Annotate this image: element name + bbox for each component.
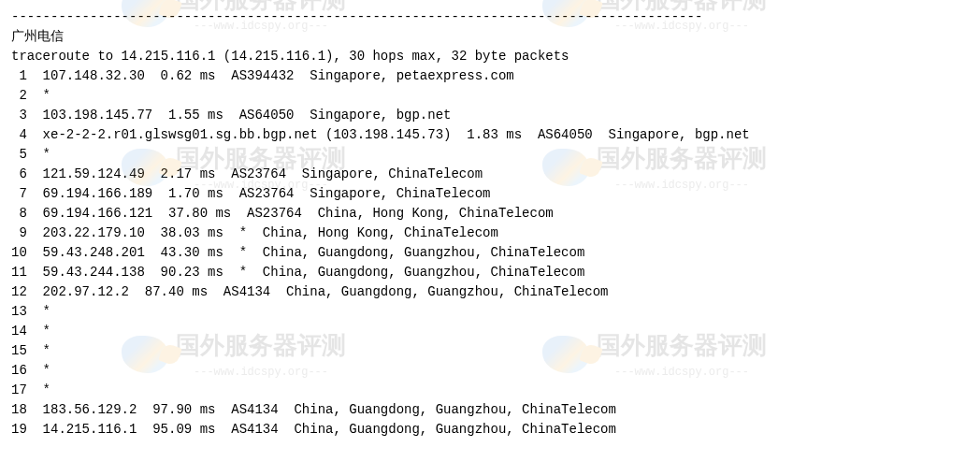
hop-number: 11 (11, 263, 27, 282)
hop-number: 15 (11, 341, 27, 361)
hop-row: 11 59.43.244.138 90.23 ms * China, Guang… (11, 263, 969, 282)
hop-number: 7 (11, 184, 27, 204)
hop-row: 16 * (11, 361, 969, 381)
hop-number: 1 (11, 66, 27, 86)
hop-details: 203.22.179.10 38.03 ms * China, Hong Kon… (27, 225, 498, 240)
hop-row: 6 121.59.124.49 2.17 ms AS23764 Singapor… (11, 165, 969, 184)
hop-number: 2 (11, 86, 27, 106)
hop-row: 17 * (11, 381, 969, 400)
hop-number: 6 (11, 165, 27, 184)
hop-number: 5 (11, 145, 27, 165)
hop-row: 7 69.194.166.189 1.70 ms AS23764 Singapo… (11, 184, 969, 204)
hop-row: 8 69.194.166.121 37.80 ms AS23764 China,… (11, 204, 969, 224)
hop-details: 107.148.32.30 0.62 ms AS394432 Singapore… (27, 68, 514, 83)
hop-row: 12 202.97.12.2 87.40 ms AS4134 China, Gu… (11, 282, 969, 302)
hop-number: 18 (11, 400, 27, 420)
hop-details: 59.43.248.201 43.30 ms * China, Guangdon… (27, 245, 585, 260)
hop-details: 103.198.145.77 1.55 ms AS64050 Singapore… (27, 108, 452, 123)
hop-number: 13 (11, 302, 27, 322)
hop-details: * (27, 343, 50, 358)
hop-row: 9 203.22.179.10 38.03 ms * China, Hong K… (11, 224, 969, 243)
hop-number: 12 (11, 282, 27, 302)
hop-details: * (27, 88, 50, 103)
separator-line: ----------------------------------------… (11, 7, 969, 27)
hop-details: 121.59.124.49 2.17 ms AS23764 Singapore,… (27, 166, 483, 181)
hop-number: 14 (11, 322, 27, 341)
traceroute-hops: 1 107.148.32.30 0.62 ms AS394432 Singapo… (11, 66, 969, 440)
hop-number: 8 (11, 204, 27, 224)
hop-details: 183.56.129.2 97.90 ms AS4134 China, Guan… (27, 402, 616, 417)
hop-row: 15 * (11, 341, 969, 361)
hop-details: 14.215.116.1 95.09 ms AS4134 China, Guan… (27, 422, 616, 437)
hop-row: 10 59.43.248.201 43.30 ms * China, Guang… (11, 243, 969, 263)
hop-row: 14 * (11, 322, 969, 341)
hop-row: 3 103.198.145.77 1.55 ms AS64050 Singapo… (11, 106, 969, 125)
hop-details: * (27, 382, 50, 397)
hop-number: 9 (11, 224, 27, 243)
hop-row: 19 14.215.116.1 95.09 ms AS4134 China, G… (11, 420, 969, 440)
hop-details: * (27, 304, 50, 319)
hop-number: 19 (11, 420, 27, 440)
hop-row: 5 * (11, 145, 969, 165)
hop-details: 69.194.166.121 37.80 ms AS23764 China, H… (27, 206, 554, 221)
hop-number: 4 (11, 125, 27, 145)
hop-details: 69.194.166.189 1.70 ms AS23764 Singapore… (27, 186, 491, 201)
hop-details: 202.97.12.2 87.40 ms AS4134 China, Guang… (27, 284, 609, 299)
hop-details: * (27, 363, 50, 378)
hop-details: * (27, 147, 50, 162)
hop-row: 2 * (11, 86, 969, 106)
hop-row: 18 183.56.129.2 97.90 ms AS4134 China, G… (11, 400, 969, 420)
hop-number: 16 (11, 361, 27, 381)
traceroute-header: traceroute to 14.215.116.1 (14.215.116.1… (11, 47, 969, 66)
hop-number: 17 (11, 381, 27, 400)
hop-row: 1 107.148.32.30 0.62 ms AS394432 Singapo… (11, 66, 969, 86)
hop-details: 59.43.244.138 90.23 ms * China, Guangdon… (27, 265, 585, 280)
hop-details: * (27, 324, 50, 339)
hop-number: 10 (11, 243, 27, 263)
traceroute-title: 广州电信 (11, 27, 969, 47)
hop-number: 3 (11, 106, 27, 125)
hop-details: xe-2-2-2.r01.glswsg01.sg.bb.bgp.net (103… (27, 127, 750, 142)
hop-row: 13 * (11, 302, 969, 322)
hop-row: 4 xe-2-2-2.r01.glswsg01.sg.bb.bgp.net (1… (11, 125, 969, 145)
